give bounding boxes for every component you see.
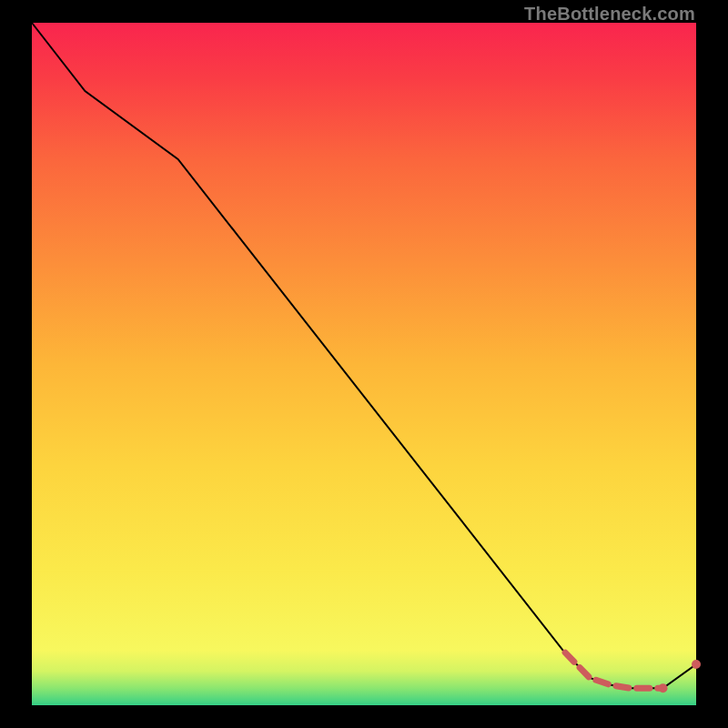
svg-point-1 bbox=[692, 660, 701, 669]
attribution-text: TheBottleneck.com bbox=[524, 4, 695, 25]
main-curve bbox=[32, 23, 696, 688]
chart-svg bbox=[32, 23, 696, 705]
dashed-highlight bbox=[565, 652, 661, 688]
svg-point-0 bbox=[659, 683, 668, 693]
